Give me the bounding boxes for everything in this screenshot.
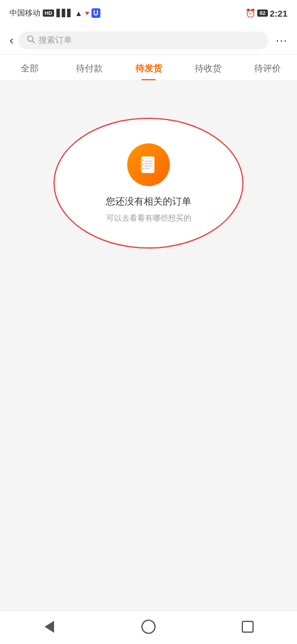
home-circle-icon — [141, 620, 156, 634]
empty-subtitle: 可以去看看有哪些想买的 — [106, 213, 191, 224]
tab-pending-receive[interactable]: 待收货 — [178, 55, 238, 80]
main-content: 您还没有相关的订单 可以去看看有哪些想买的 — [0, 82, 297, 611]
tab-bar: 全部 待付款 待发货 待收货 待评价 — [0, 55, 297, 81]
heart-icon: ♥ — [85, 9, 89, 17]
search-icon — [27, 35, 35, 45]
search-placeholder-text: 搜索订单 — [39, 35, 72, 46]
notebook-svg-icon — [137, 153, 160, 177]
tab-pending-review[interactable]: 待评价 — [238, 55, 297, 80]
nav-recents-button[interactable] — [239, 618, 256, 635]
recents-square-icon — [242, 621, 254, 633]
svg-line-1 — [32, 41, 34, 43]
nav-back-button[interactable] — [41, 618, 58, 635]
signal-bars: ▋▋▋ — [56, 9, 72, 17]
status-right: ⏰ 82 2:21 — [245, 8, 287, 18]
empty-title: 您还没有相关的订单 — [106, 196, 191, 208]
more-button[interactable]: ··· — [268, 31, 287, 49]
time-display: 2:21 — [270, 8, 287, 18]
search-input-wrap[interactable]: 搜索订单 — [18, 32, 269, 49]
bottom-nav — [0, 611, 297, 644]
tab-pending-ship[interactable]: 待发货 — [119, 55, 178, 80]
battery-level: 82 — [257, 10, 268, 17]
svg-rect-3 — [140, 159, 144, 161]
search-bar: ‹ 搜索订单 ··· — [0, 26, 297, 55]
tab-pending-pay[interactable]: 待付款 — [59, 55, 119, 80]
status-carrier: 中国移动 HD ▋▋▋ ▲ ♥ U — [10, 8, 100, 18]
signal-hd: HD — [43, 10, 54, 17]
tab-all[interactable]: 全部 — [0, 55, 59, 80]
u-icon: U — [91, 8, 100, 18]
empty-state-oval: 您还没有相关的订单 可以去看看有哪些想买的 — [53, 118, 244, 249]
back-button[interactable]: ‹ — [10, 31, 18, 49]
nav-home-button[interactable] — [140, 618, 157, 635]
wifi-icon: ▲ — [75, 9, 83, 18]
svg-rect-5 — [140, 168, 144, 169]
alarm-icon: ⏰ — [245, 8, 255, 18]
empty-icon-circle — [127, 143, 170, 186]
svg-rect-4 — [140, 164, 144, 165]
back-triangle-icon — [45, 621, 54, 633]
status-bar: 中国移动 HD ▋▋▋ ▲ ♥ U ⏰ 82 2:21 — [0, 0, 297, 26]
